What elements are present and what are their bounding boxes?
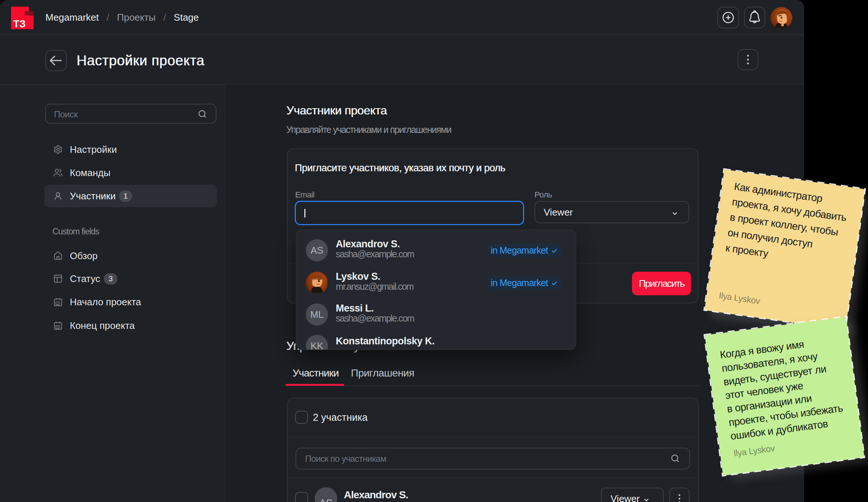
svg-text:ТЗ: ТЗ [13, 18, 25, 29]
svg-text:31: 31 [56, 326, 59, 329]
svg-text:1: 1 [57, 302, 59, 305]
